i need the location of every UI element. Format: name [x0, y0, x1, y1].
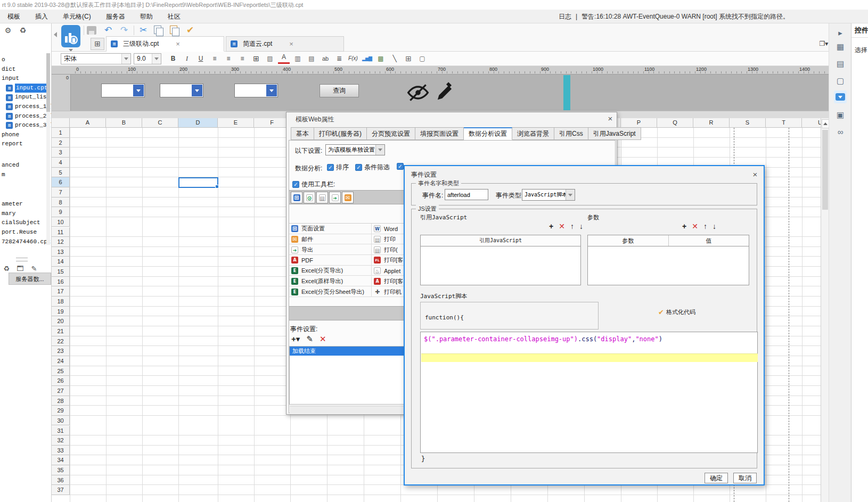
menu-item-帮助[interactable]: 帮助 — [133, 10, 160, 23]
row-header-36[interactable]: 36 — [52, 475, 70, 485]
font-color-icon[interactable]: A — [278, 53, 290, 64]
edit-event-icon[interactable]: ✎ — [306, 334, 313, 344]
move-up-icon[interactable]: ↑ — [570, 222, 574, 231]
row-header-25[interactable]: 25 — [52, 366, 70, 376]
column-header-P[interactable]: P — [621, 118, 657, 128]
fill-color-icon[interactable]: ▨ — [264, 53, 276, 64]
column-header-T[interactable]: T — [766, 118, 802, 128]
align-right-icon[interactable]: ≡ — [236, 53, 248, 64]
tree-item-process_2_l:[interactable]: process_2_l: — [0, 112, 52, 121]
export-button[interactable] — [329, 192, 341, 203]
hide-eye-slash-icon[interactable] — [406, 82, 430, 103]
row-header-10[interactable]: 10 — [52, 217, 70, 227]
move-up-icon[interactable]: ↑ — [703, 222, 707, 231]
row-header-28[interactable]: 28 — [52, 396, 70, 406]
tree-item-process_1_l:[interactable]: process_1_l: — [0, 102, 52, 112]
selected-widget-indicator[interactable] — [563, 75, 570, 110]
collapse-panel-icon[interactable]: ▸ — [834, 27, 847, 39]
bold-icon[interactable]: B — [167, 53, 179, 64]
column-header-R[interactable]: R — [693, 118, 730, 128]
chevron-down-icon[interactable] — [566, 190, 575, 200]
row-header-31[interactable]: 31 — [52, 426, 70, 436]
row-header-19[interactable]: 19 — [52, 307, 70, 317]
unmerge-cells-icon[interactable]: ▤ — [306, 53, 317, 64]
tree-item-o[interactable]: o — [0, 55, 52, 65]
format-code-button[interactable]: ✔ 格式化代码 — [658, 308, 695, 316]
row-header-17[interactable]: 17 — [52, 286, 70, 297]
tree-item-ameter[interactable]: ameter — [0, 200, 52, 209]
row-header-20[interactable]: 20 — [52, 316, 70, 326]
row-header-6[interactable]: 6 — [52, 177, 70, 187]
toolbar-item-邮件[interactable]: 邮件 — [289, 234, 372, 245]
dropdown-arrow-icon[interactable] — [133, 85, 144, 96]
tree-item-mary[interactable]: mary — [0, 209, 52, 219]
cell-element-icon[interactable]: ▦ — [834, 40, 847, 53]
dialog-tab-填报页面设置[interactable]: 填报页面设置 — [415, 127, 464, 140]
formula-icon[interactable]: F(x) — [347, 53, 359, 64]
delete-event-icon[interactable]: ✕ — [320, 334, 326, 344]
settings-gear-icon[interactable]: ⚙ — [3, 26, 13, 35]
toolbar-item-PDF[interactable]: PDF — [289, 255, 372, 266]
sidebar-scrollbar-thumb[interactable] — [46, 53, 50, 112]
row-header-18[interactable]: 18 — [52, 297, 70, 307]
column-header-D[interactable]: D — [178, 118, 218, 128]
dropdown-arrow-icon[interactable] — [266, 85, 277, 96]
merge-cells-icon[interactable]: ▥ — [292, 53, 304, 64]
italic-icon[interactable]: I — [181, 53, 193, 64]
font-family-combo[interactable]: 宋体 — [61, 53, 131, 64]
chart-icon[interactable]: ▂▅▇ — [361, 53, 373, 64]
document-tab-简道云.cpt[interactable]: 简道云.cpt× — [226, 36, 344, 52]
dialog-tab-打印机(服务器)[interactable]: 打印机(服务器) — [314, 127, 367, 140]
row-header-37[interactable]: 37 — [52, 485, 70, 495]
float-element-icon[interactable]: ▢ — [834, 75, 847, 87]
row-header-24[interactable]: 24 — [52, 356, 70, 366]
column-header-Q[interactable]: Q — [657, 118, 693, 128]
dialog-tab-浏览器背景[interactable]: 浏览器背景 — [512, 127, 554, 140]
tree-item-dict[interactable]: dict — [0, 65, 52, 75]
borders-icon[interactable]: ⊞ — [250, 53, 262, 64]
code-editor[interactable]: $(".parameter-container-collapseimg-up")… — [420, 332, 758, 453]
row-header-9[interactable]: 9 — [52, 207, 70, 217]
param-dropdown-3[interactable] — [234, 84, 278, 97]
cell-attribute-icon[interactable]: ▤ — [834, 57, 847, 70]
menu-item-社区[interactable]: 社区 — [160, 10, 188, 23]
following-settings-combo[interactable]: 为该模板单独设置 — [325, 144, 385, 155]
selected-cell[interactable] — [178, 177, 218, 188]
tree-item-report[interactable]: report — [0, 139, 52, 149]
row-header-1[interactable]: 1 — [52, 128, 70, 138]
cell-attributes-icon[interactable]: ▢ — [416, 53, 428, 64]
edit-pencil-icon[interactable] — [434, 80, 452, 103]
use-toolbar-checkbox[interactable]: 使用工具栏: — [292, 180, 335, 189]
font-size-combo[interactable]: 9.0 — [134, 53, 161, 64]
underline-icon[interactable]: U — [195, 53, 207, 64]
column-header-E[interactable]: E — [218, 118, 254, 128]
close-icon[interactable]: × — [176, 40, 180, 48]
redo-icon[interactable]: ↷ — [118, 24, 130, 36]
paste-icon[interactable] — [170, 26, 177, 34]
dropdown-arrow-icon[interactable] — [192, 85, 202, 96]
toolbar-item-Excel(原样导出)[interactable]: Excel(原样导出) — [289, 276, 372, 287]
event-type-combo[interactable]: JavaScript脚本 — [522, 189, 575, 201]
row-header-30[interactable]: 30 — [52, 416, 70, 426]
tree-item-phone[interactable]: phone — [0, 130, 52, 140]
row-header-2[interactable]: 2 — [52, 138, 70, 148]
tree-item-port.Reuse[interactable]: port.Reuse — [0, 228, 52, 237]
toolbar-item-Excel(分页导出)[interactable]: Excel(分页导出) — [289, 266, 372, 276]
cut-icon[interactable]: ✂ — [137, 24, 150, 36]
row-header-13[interactable]: 13 — [52, 247, 70, 257]
add-icon[interactable]: + — [682, 222, 686, 231]
cancel-button[interactable]: 取消 — [733, 473, 757, 483]
params-table[interactable]: 参数 值 — [587, 235, 749, 285]
column-header-B[interactable]: B — [106, 118, 142, 128]
sidebar-splitter-handle[interactable] — [16, 258, 28, 261]
scroll-up-icon[interactable] — [822, 119, 829, 128]
ok-button[interactable]: 确定 — [705, 473, 728, 483]
column-header-U[interactable]: U — [802, 118, 821, 128]
align-left-icon[interactable]: ≡ — [209, 53, 220, 64]
scrollbar-thumb[interactable] — [822, 130, 828, 210]
sidebar-scrollbar[interactable] — [46, 53, 50, 245]
row-header-33[interactable]: 33 — [52, 446, 70, 456]
row-header-8[interactable]: 8 — [52, 197, 70, 208]
toolbar-item-Excel(分页分Sheet导出)[interactable]: Excel(分页分Sheet导出) — [289, 286, 372, 297]
query-button[interactable]: 查询 — [320, 84, 359, 97]
